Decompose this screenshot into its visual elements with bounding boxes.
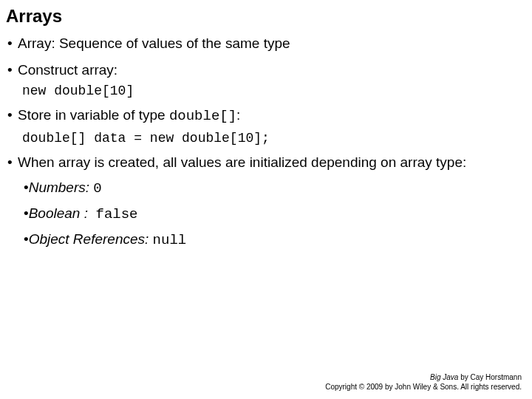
bullet-dot: • — [7, 34, 18, 53]
footer-copyright: Copyright © 2009 by John Wiley & Sons. A… — [325, 382, 522, 392]
bullet-text: Array: Sequence of values of the same ty… — [18, 35, 290, 51]
sub-bullet-list: •Numbers: 0 •Boolean : false •Object Ref… — [24, 180, 522, 248]
footer-line-1: Big Java by Cay Horstmann — [325, 372, 522, 382]
bullet-dot: • — [24, 205, 29, 221]
bullet-text: When array is created, all values are in… — [18, 154, 466, 170]
bullet-text-suffix: : — [236, 107, 240, 123]
code-line: new double[10] — [22, 83, 522, 98]
bullet-text-prefix: Store in variable of type — [18, 107, 169, 123]
bullet-item: •Construct array: new double[10] — [7, 61, 522, 99]
sub-bullet-item: •Boolean : false — [24, 205, 522, 222]
sub-bullet-label: Numbers: — [29, 180, 89, 195]
bullet-item: •Store in variable of type double[]: dou… — [7, 106, 522, 146]
footer-book-title: Big Java — [430, 373, 458, 381]
bullet-dot: • — [24, 180, 29, 195]
bullet-dot: • — [7, 61, 18, 80]
inline-code: double[] — [169, 108, 236, 124]
page-title: Arrays — [6, 6, 522, 27]
bullet-dot: • — [24, 231, 29, 247]
bullet-dot: • — [7, 153, 18, 172]
bullet-item: •When array is created, all values are i… — [7, 153, 522, 248]
bullet-dot: • — [7, 106, 18, 125]
footer-author: by Cay Horstmann — [458, 373, 522, 381]
sub-bullet-item: •Numbers: 0 — [24, 180, 522, 197]
sub-bullet-value: null — [153, 232, 187, 248]
bullet-item: •Array: Sequence of values of the same t… — [7, 34, 522, 53]
sub-bullet-value: 0 — [93, 180, 101, 197]
sub-bullet-label: Boolean : — [29, 205, 88, 221]
bullet-text: Construct array: — [18, 62, 117, 78]
footer: Big Java by Cay Horstmann Copyright © 20… — [325, 372, 522, 392]
sub-bullet-item: •Object References: null — [24, 231, 522, 248]
bullet-list: •Array: Sequence of values of the same t… — [6, 34, 522, 248]
sub-bullet-value: false — [96, 206, 138, 222]
sub-bullet-label: Object References: — [29, 231, 149, 247]
code-line: double[] data = new double[10]; — [22, 131, 522, 146]
